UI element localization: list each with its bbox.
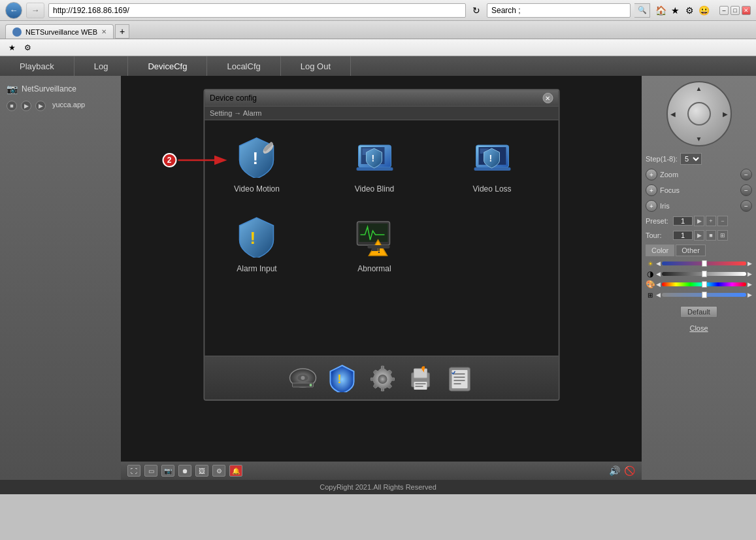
ptz-control: ▲ ▼ ◀ ▶ <box>666 81 732 146</box>
record-btn[interactable]: ⏺ <box>178 465 191 477</box>
address-bar[interactable] <box>48 3 466 18</box>
video-loss-item[interactable]: ! Video Loss <box>453 133 531 194</box>
sidebar-controls: ■ ▶ ▶ yucca.app <box>0 97 121 115</box>
focus-plus-btn[interactable]: + <box>646 184 657 196</box>
app-nav: Playback Log DeviceCfg LocalCfg Log Out <box>0 56 756 76</box>
search-submit-button[interactable]: 🔍 <box>634 3 650 18</box>
new-tab-button[interactable]: + <box>115 24 129 39</box>
tour-input[interactable] <box>673 231 693 240</box>
favorites-icon[interactable]: ★ <box>5 41 18 54</box>
settings-icon[interactable]: ⚙ <box>21 41 34 54</box>
close-window-button[interactable]: ✕ <box>742 6 751 15</box>
refresh-button[interactable]: ↻ <box>470 3 483 18</box>
zoom-minus-btn[interactable]: − <box>740 169 752 180</box>
dialog-row-1: 2 <box>218 133 545 194</box>
nav-localcfg[interactable]: LocalCfg <box>207 56 280 76</box>
tour-grid-btn[interactable]: ⊞ <box>717 230 728 241</box>
footer-hdd-icon[interactable] <box>287 362 320 394</box>
smiley-icon[interactable]: 😀 <box>697 4 710 17</box>
home-icon[interactable]: 🏠 <box>654 4 667 17</box>
gear-icon[interactable]: ⚙ <box>683 4 696 17</box>
footer-checklist-icon[interactable] <box>444 362 476 394</box>
preset-input[interactable] <box>673 216 693 226</box>
nav-playback[interactable]: Playback <box>0 56 74 76</box>
search-input[interactable] <box>487 3 631 18</box>
dialog-close-button[interactable]: ✕ <box>542 93 553 103</box>
nav-back-button[interactable]: ← <box>5 2 22 19</box>
ptz-right-arrow[interactable]: ▶ <box>723 110 728 118</box>
preset-add-btn[interactable]: + <box>706 216 716 226</box>
camera-btn[interactable]: 📷 <box>161 465 174 477</box>
focus-minus-btn[interactable]: − <box>740 184 752 196</box>
ptz-down-arrow[interactable]: ▼ <box>696 135 702 143</box>
annotation-arrow-2 <box>176 154 229 167</box>
sidebar-stop-btn[interactable]: ■ <box>7 101 17 111</box>
layout-btn[interactable]: ▭ <box>144 465 157 477</box>
ptz-up-arrow[interactable]: ▲ <box>696 85 702 92</box>
device-config-dialog: Device config ✕ Setting → Alarm 2 <box>203 89 559 401</box>
default-button[interactable]: Default <box>680 306 717 318</box>
sidebar-play-btn[interactable]: ▶ <box>21 101 31 111</box>
video-blind-icon: ! <box>352 133 397 179</box>
abnormal-item[interactable]: ! Abnormal <box>335 213 414 273</box>
svg-point-22 <box>310 384 312 386</box>
brightness-slider[interactable] <box>662 262 746 265</box>
video-motion-item[interactable]: ! Video Motion <box>218 133 296 194</box>
ptz-left-arrow[interactable]: ◀ <box>670 110 676 118</box>
footer-settings-icon[interactable] <box>365 362 398 394</box>
hue-icon: 🎨 <box>646 280 655 289</box>
video-blind-item[interactable]: ! Video Blind <box>335 133 414 194</box>
hue-right-btn[interactable]: ▶ <box>748 281 752 288</box>
nav-log[interactable]: Log <box>74 56 129 76</box>
tour-play-btn[interactable]: ▶ <box>694 230 704 241</box>
saturation-left-btn[interactable]: ◀ <box>656 292 661 298</box>
maximize-button[interactable]: □ <box>731 6 740 15</box>
footer-report-icon[interactable] <box>404 362 437 394</box>
nav-devicecfg[interactable]: DeviceCfg <box>128 56 207 76</box>
abnormal-label: Abnormal <box>357 264 391 273</box>
close-link[interactable]: Close <box>689 324 708 332</box>
svg-rect-16 <box>368 245 390 248</box>
other-tab[interactable]: Other <box>676 245 706 256</box>
volume-icon: 🔊 <box>609 465 620 476</box>
preset-goto-btn[interactable]: ▶ <box>694 216 704 226</box>
browser-tab[interactable]: NETSurveillance WEB ✕ <box>5 24 114 39</box>
sidebar-stream-btn[interactable]: ▶ <box>35 101 46 111</box>
ptz-inner[interactable] <box>687 102 711 126</box>
saturation-slider[interactable] <box>662 293 746 297</box>
mute-btn[interactable]: 🚫 <box>624 465 635 476</box>
alarm-btn[interactable]: 🔔 <box>229 465 242 477</box>
contrast-right-btn[interactable]: ▶ <box>748 271 752 277</box>
brightness-right-btn[interactable]: ▶ <box>748 260 752 267</box>
contrast-slider[interactable] <box>662 272 746 276</box>
footer-alarm-icon[interactable]: ! <box>326 362 359 394</box>
video-blind-label: Video Blind <box>355 184 395 194</box>
hue-left-btn[interactable]: ◀ <box>656 281 661 288</box>
dialog-row-2: ! Alarm Input <box>218 213 545 273</box>
footer-bar: CopyRight 2021.All Rights Reserved <box>0 480 756 494</box>
preset-remove-btn[interactable]: − <box>717 216 728 226</box>
ptz-outer[interactable]: ▲ ▼ ◀ ▶ <box>666 81 732 146</box>
fullscreen-btn[interactable]: ⛶ <box>127 465 140 477</box>
brightness-left-btn[interactable]: ◀ <box>656 260 661 267</box>
star-icon[interactable]: ★ <box>668 4 682 17</box>
zoom-plus-btn[interactable]: + <box>646 169 657 180</box>
tab-close-button[interactable]: ✕ <box>101 28 107 35</box>
color-tab[interactable]: Color <box>646 245 674 256</box>
image-btn[interactable]: 🖼 <box>195 465 208 477</box>
settings-btn[interactable]: ⚙ <box>212 465 225 477</box>
contrast-left-btn[interactable]: ◀ <box>656 271 661 277</box>
tour-stop-btn[interactable]: ■ <box>706 230 716 241</box>
minimize-button[interactable]: – <box>719 6 729 15</box>
alarm-input-item[interactable]: ! Alarm Input <box>218 213 296 273</box>
step-select[interactable]: 5 1234 678 <box>680 153 702 165</box>
iris-minus-btn[interactable]: − <box>740 200 752 212</box>
nav-forward-button[interactable]: → <box>26 3 44 18</box>
nav-logout[interactable]: Log Out <box>281 56 351 76</box>
color-panel: Color Other ☀ ◀ ▶ ◑ ◀ ▶ <box>646 245 752 301</box>
saturation-right-btn[interactable]: ▶ <box>748 292 752 298</box>
iris-plus-btn[interactable]: + <box>646 200 657 212</box>
hue-slider[interactable] <box>662 282 746 286</box>
svg-rect-17 <box>372 248 378 251</box>
contrast-icon: ◑ <box>646 269 655 278</box>
